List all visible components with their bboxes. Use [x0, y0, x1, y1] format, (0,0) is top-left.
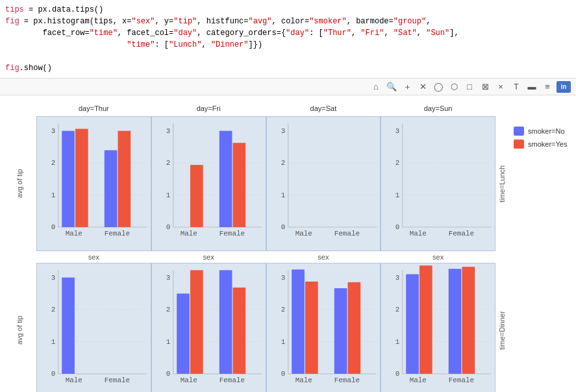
svg-text:2: 2	[166, 306, 171, 313]
y-axis-label-lunch: avg of tip	[3, 116, 36, 251]
svg-rect-83	[347, 282, 360, 374]
toolbar-home-btn[interactable]: ⌂	[369, 80, 382, 93]
svg-text:0: 0	[166, 223, 171, 231]
code-line-5	[5, 51, 571, 62]
x-label-thur-lunch: sex	[36, 251, 151, 263]
toolbar-zoom-in-btn[interactable]: □	[463, 80, 476, 93]
toolbar-menu-btn[interactable]: ≡	[541, 80, 554, 93]
svg-text:Male: Male	[410, 230, 427, 238]
svg-rect-66	[177, 293, 190, 374]
col-header-thur: day=Thur	[36, 101, 151, 116]
svg-text:3: 3	[51, 274, 56, 282]
chart-sun-dinner: 0 1 2 3 Male Female	[381, 263, 495, 392]
svg-rect-69	[232, 288, 245, 374]
svg-text:Female: Female	[105, 377, 130, 385]
col-header-sat: day=Sat	[266, 101, 381, 116]
svg-text:3: 3	[395, 127, 400, 135]
toolbar-reset-btn[interactable]: ×	[494, 80, 507, 93]
svg-text:0: 0	[281, 223, 285, 231]
legend-swatch-no	[514, 127, 524, 136]
code-line-2: fig = px.histogram(tips, x="sex", y="tip…	[5, 16, 571, 27]
legend-swatch-yes	[514, 140, 524, 149]
svg-rect-22	[190, 165, 203, 227]
svg-text:3: 3	[166, 127, 171, 135]
svg-text:Female: Female	[219, 377, 245, 385]
svg-text:Female: Female	[219, 230, 245, 238]
legend: smoker=No smoker=Yes	[508, 101, 573, 392]
svg-text:Male: Male	[295, 230, 312, 238]
svg-text:2: 2	[51, 306, 56, 313]
toolbar-zoom-btn[interactable]: 🔍	[385, 80, 398, 93]
svg-rect-24	[232, 143, 245, 227]
svg-text:1: 1	[395, 191, 400, 199]
toolbar-cross-btn[interactable]: ✕	[416, 80, 429, 93]
code-line-3: facet_row="time", facet_col="day", categ…	[5, 27, 571, 39]
legend-item-yes: smoker=Yes	[514, 140, 567, 149]
svg-rect-55	[62, 278, 75, 374]
toolbar-select-btn[interactable]: ⬡	[447, 80, 460, 93]
svg-text:3: 3	[281, 127, 285, 135]
code-line-4: "time": ["Lunch", "Dinner"]})	[5, 39, 571, 51]
svg-text:Male: Male	[66, 230, 82, 238]
svg-rect-94	[406, 274, 419, 373]
svg-text:Female: Female	[105, 230, 130, 238]
svg-text:Female: Female	[449, 377, 474, 385]
svg-text:1: 1	[395, 338, 400, 346]
svg-rect-81	[305, 282, 318, 374]
legend-label-no: smoker=No	[528, 127, 565, 135]
svg-text:0: 0	[166, 370, 171, 378]
chart-sun-lunch: 0 1 2 3 Male Female	[381, 116, 495, 251]
chart-fri-lunch: 0 1 2 3 Male Female	[151, 116, 266, 251]
svg-text:2: 2	[51, 159, 56, 167]
chart-thur-dinner: 0 1 2 3 Male Female	[36, 263, 151, 392]
svg-text:1: 1	[51, 191, 56, 199]
svg-rect-8	[62, 131, 75, 227]
svg-text:2: 2	[395, 159, 400, 167]
svg-rect-9	[75, 129, 88, 227]
svg-text:3: 3	[281, 274, 285, 282]
svg-rect-96	[449, 269, 462, 374]
code-line-6: fig.show()	[5, 62, 571, 74]
svg-text:1: 1	[51, 338, 56, 346]
svg-rect-10	[105, 151, 118, 227]
toolbar-plus-btn[interactable]: ＋	[401, 80, 414, 93]
chart-sat-dinner: 0 1 2 3 Male Female	[266, 263, 381, 392]
toolbar-lasso-btn[interactable]: ◯	[432, 80, 445, 93]
col-header-sun: day=Sun	[381, 101, 495, 116]
toolbar-plotly-btn[interactable]: in	[557, 81, 571, 93]
toolbar-pan-btn[interactable]: ⊠	[479, 80, 492, 93]
toolbar-text-btn[interactable]: T	[510, 80, 523, 93]
row-label-dinner: time=Dinner	[495, 263, 508, 392]
svg-text:1: 1	[166, 338, 171, 346]
svg-text:Female: Female	[334, 377, 359, 385]
svg-rect-82	[334, 288, 347, 374]
svg-rect-67	[190, 270, 203, 374]
svg-text:2: 2	[166, 159, 171, 167]
svg-text:3: 3	[51, 127, 56, 135]
svg-text:Female: Female	[334, 230, 359, 238]
code-area: tips = px.data.tips() fig = px.histogram…	[0, 0, 576, 79]
chart-fri-dinner: 0 1 2 3 Male Female	[151, 263, 266, 392]
legend-label-yes: smoker=Yes	[528, 140, 567, 148]
legend-item-no: smoker=No	[514, 127, 565, 136]
svg-rect-11	[118, 131, 131, 227]
toolbar-line-btn[interactable]: ▬	[525, 80, 538, 93]
svg-text:3: 3	[395, 274, 400, 282]
svg-rect-68	[219, 270, 232, 374]
svg-text:1: 1	[281, 191, 285, 199]
row-label-lunch: time=Lunch	[495, 116, 508, 251]
svg-text:3: 3	[166, 274, 171, 282]
x-label-sat-lunch: sex	[266, 251, 381, 263]
col-header-fri: day=Fri	[151, 101, 266, 116]
svg-text:Male: Male	[180, 377, 197, 385]
svg-text:2: 2	[281, 159, 285, 167]
svg-text:Female: Female	[449, 230, 474, 238]
chart-thur-lunch: 0 1 2 3 Male Female	[36, 116, 151, 251]
svg-text:0: 0	[395, 370, 400, 378]
svg-rect-23	[219, 131, 232, 227]
svg-rect-95	[419, 265, 432, 374]
chart-sat-lunch: 0 1 2 3 Male Female	[266, 116, 381, 251]
svg-text:0: 0	[281, 370, 285, 378]
svg-text:0: 0	[51, 370, 56, 378]
svg-text:Male: Male	[295, 377, 312, 385]
